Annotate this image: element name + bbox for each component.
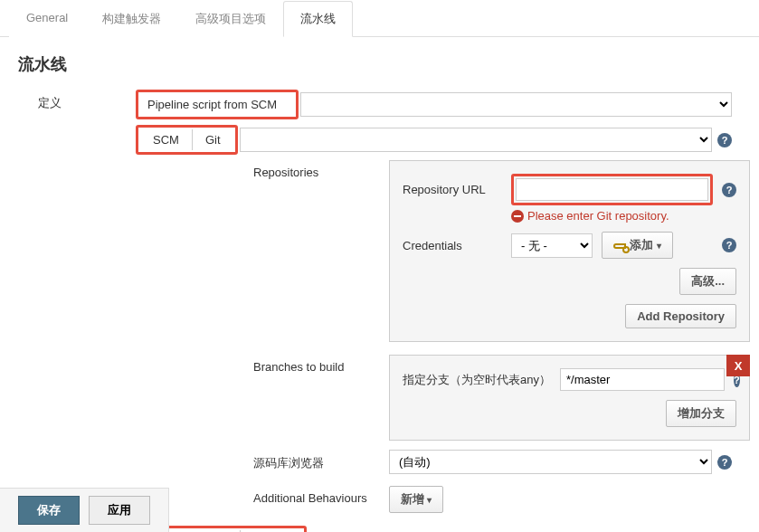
- credentials-label: Credentials: [403, 239, 502, 252]
- definition-value-display: Pipeline script from SCM: [140, 94, 294, 115]
- repo-url-label: Repository URL: [403, 183, 502, 196]
- branch-delete-button[interactable]: X: [726, 355, 750, 376]
- config-tabs: General 构建触发器 高级项目选项 流水线: [0, 0, 759, 37]
- credentials-select[interactable]: - 无 -: [511, 233, 593, 258]
- browser-select[interactable]: (自动): [389, 450, 712, 474]
- scm-label: SCM: [140, 129, 193, 150]
- tab-general[interactable]: General: [9, 1, 85, 37]
- add-repository-button[interactable]: Add Repository: [625, 304, 736, 328]
- section-title: 流水线: [0, 37, 759, 84]
- definition-select[interactable]: [300, 92, 732, 117]
- tab-advanced[interactable]: 高级项目选项: [178, 1, 283, 37]
- behaviours-label: Additional Behaviours: [253, 486, 389, 510]
- help-icon[interactable]: ?: [722, 183, 736, 197]
- help-icon[interactable]: ?: [717, 133, 732, 147]
- behaviours-add-button[interactable]: 新增: [389, 486, 443, 513]
- repositories-label: Repositories: [253, 160, 389, 185]
- key-icon: [613, 243, 626, 249]
- add-branch-button[interactable]: 增加分支: [666, 400, 736, 427]
- definition-label: 定义: [0, 90, 136, 117]
- error-icon: [511, 210, 524, 223]
- apply-button[interactable]: 应用: [89, 496, 150, 525]
- repo-advanced-button[interactable]: 高级...: [679, 268, 736, 295]
- help-icon[interactable]: ?: [717, 455, 732, 470]
- scm-value-display: Git: [193, 129, 233, 150]
- tab-triggers[interactable]: 构建触发器: [85, 1, 178, 37]
- tab-pipeline[interactable]: 流水线: [283, 1, 353, 37]
- help-icon[interactable]: ?: [722, 238, 736, 252]
- credentials-add-button[interactable]: 添加: [602, 232, 673, 259]
- scm-select[interactable]: [240, 128, 712, 152]
- branch-spec-input[interactable]: [560, 368, 725, 391]
- branch-spec-label: 指定分支（为空时代表any）: [403, 372, 551, 388]
- footer-actions: 保存 应用: [0, 488, 169, 532]
- repository-box: Repository URL ? Please enter Git reposi…: [389, 160, 750, 342]
- repo-url-input[interactable]: [516, 178, 708, 201]
- browser-label: 源码库浏览器: [253, 450, 389, 477]
- branches-label: Branches to build: [253, 355, 389, 379]
- branch-box: X 指定分支（为空时代表any） ? 增加分支: [389, 355, 750, 441]
- save-button[interactable]: 保存: [18, 496, 80, 525]
- repo-url-error: Please enter Git repository.: [511, 209, 736, 223]
